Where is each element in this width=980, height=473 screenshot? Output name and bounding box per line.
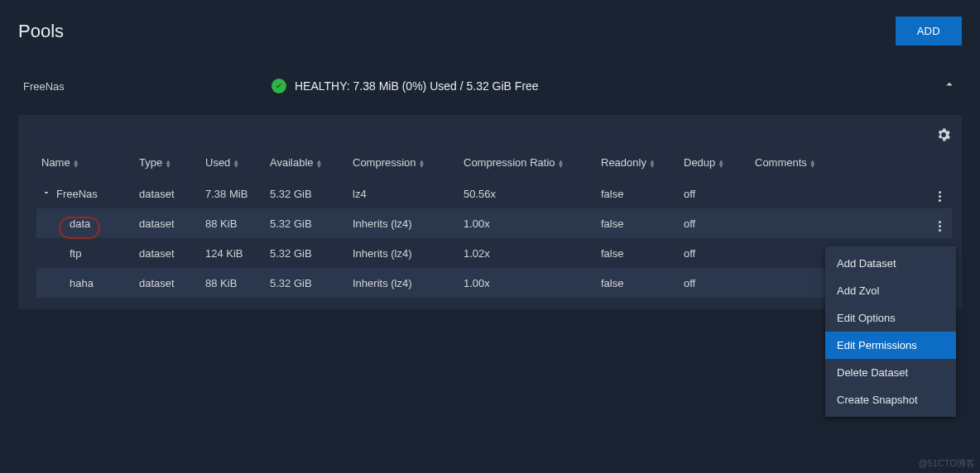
sort-icon: ▲▼ — [165, 160, 171, 168]
col-available[interactable]: Available▲▼ — [265, 150, 348, 179]
cell-compression: Inherits (lz4) — [348, 208, 459, 238]
datasets-table: Name▲▼ Type▲▼ Used▲▼ Available▲▼ Compres… — [36, 150, 952, 298]
table-row: datadataset88 KiB5.32 GiBInherits (lz4)1… — [36, 208, 952, 238]
check-circle-icon — [271, 79, 286, 93]
col-readonly[interactable]: Readonly▲▼ — [596, 150, 679, 179]
watermark-text: @51CTO博客 — [919, 457, 975, 470]
dataset-name: ftp — [70, 247, 81, 260]
cell-dedup: off — [679, 238, 750, 268]
cell-type: dataset — [134, 208, 200, 238]
page-title: Pools — [18, 21, 64, 42]
col-type[interactable]: Type▲▼ — [134, 150, 200, 179]
cell-dedup: off — [679, 268, 750, 298]
cell-ratio: 1.02x — [459, 238, 596, 268]
dataset-name: data — [70, 217, 90, 230]
cell-compression: Inherits (lz4) — [348, 268, 459, 298]
col-dedup[interactable]: Dedup▲▼ — [679, 150, 750, 179]
menu-item-add-dataset[interactable]: Add Dataset — [825, 250, 956, 277]
sort-icon: ▲▼ — [316, 160, 323, 168]
dataset-name: haha — [70, 277, 94, 289]
cell-dedup: off — [679, 179, 750, 208]
pool-card: Name▲▼ Type▲▼ Used▲▼ Available▲▼ Compres… — [18, 115, 962, 309]
menu-item-create-snapshot[interactable]: Create Snapshot — [825, 386, 956, 413]
cell-readonly: false — [596, 179, 679, 208]
cell-dedup: off — [679, 208, 750, 238]
table-row: ftpdataset124 KiB5.32 GiBInherits (lz4)1… — [36, 238, 952, 268]
col-comments[interactable]: Comments▲▼ — [750, 150, 925, 179]
cell-available: 5.32 GiB — [265, 179, 348, 208]
cell-available: 5.32 GiB — [265, 268, 348, 298]
cell-readonly: false — [596, 268, 679, 298]
pool-health: HEALTHY: 7.38 MiB (0%) Used / 5.32 GiB F… — [271, 79, 937, 93]
table-row: FreeNasdataset7.38 MiB5.32 GiBlz450.56xf… — [36, 179, 952, 208]
cell-ratio: 50.56x — [459, 179, 596, 208]
cell-readonly: false — [596, 238, 679, 268]
col-compression[interactable]: Compression▲▼ — [348, 150, 459, 179]
menu-item-edit-permissions[interactable]: Edit Permissions — [825, 332, 956, 359]
cell-comments — [750, 208, 925, 238]
cell-available: 5.32 GiB — [265, 208, 348, 238]
cell-used: 88 KiB — [200, 208, 265, 238]
row-actions-menu: Add DatasetAdd ZvolEdit OptionsEdit Perm… — [825, 246, 956, 417]
cell-type: dataset — [134, 238, 200, 268]
sort-icon: ▲▼ — [419, 160, 425, 168]
dataset-name: FreeNas — [56, 188, 98, 200]
pool-health-text: HEALTHY: 7.38 MiB (0%) Used / 5.32 GiB F… — [295, 79, 539, 93]
chevron-down-icon[interactable] — [41, 188, 51, 199]
pool-name: FreeNas — [23, 80, 271, 93]
cell-type: dataset — [134, 268, 200, 298]
sort-icon: ▲▼ — [233, 160, 239, 168]
gear-icon[interactable] — [935, 127, 952, 143]
add-button[interactable]: ADD — [896, 17, 962, 45]
cell-ratio: 1.00x — [459, 268, 596, 298]
sort-icon: ▲▼ — [718, 160, 724, 168]
sort-icon: ▲▼ — [558, 160, 564, 168]
kebab-icon[interactable] — [932, 219, 947, 233]
cell-type: dataset — [134, 179, 200, 208]
table-row: hahadataset88 KiB5.32 GiBInherits (lz4)1… — [36, 268, 952, 298]
col-used[interactable]: Used▲▼ — [200, 150, 265, 179]
chevron-up-icon[interactable] — [937, 72, 962, 100]
cell-used: 88 KiB — [200, 268, 265, 298]
sort-icon: ▲▼ — [73, 160, 79, 168]
col-ratio[interactable]: Compression Ratio▲▼ — [459, 150, 596, 179]
cell-comments — [750, 179, 925, 208]
menu-item-delete-dataset[interactable]: Delete Dataset — [825, 359, 956, 386]
cell-compression: lz4 — [348, 179, 459, 208]
col-name[interactable]: Name▲▼ — [36, 150, 134, 179]
cell-ratio: 1.00x — [459, 208, 596, 238]
cell-used: 124 KiB — [200, 238, 265, 268]
cell-available: 5.32 GiB — [265, 238, 348, 268]
sort-icon: ▲▼ — [809, 160, 816, 168]
cell-used: 7.38 MiB — [200, 179, 265, 208]
menu-item-add-zvol[interactable]: Add Zvol — [825, 277, 956, 304]
cell-readonly: false — [596, 208, 679, 238]
menu-item-edit-options[interactable]: Edit Options — [825, 304, 956, 332]
sort-icon: ▲▼ — [649, 160, 656, 168]
cell-compression: Inherits (lz4) — [348, 238, 459, 268]
kebab-icon[interactable] — [932, 189, 947, 203]
